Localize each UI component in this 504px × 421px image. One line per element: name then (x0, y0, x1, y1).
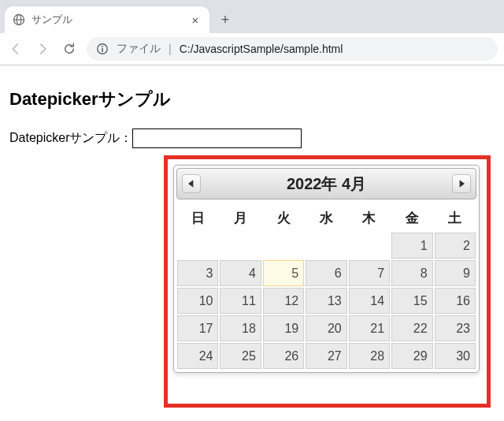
globe-icon (13, 13, 25, 26)
day-cell[interactable]: 24 (177, 343, 218, 369)
day-cell[interactable]: 17 (177, 315, 218, 341)
page-content: Datepickerサンプル Datepickerサンプル： (0, 65, 504, 159)
day-cell[interactable]: 8 (391, 260, 432, 286)
day-cell[interactable]: 29 (391, 343, 432, 369)
next-month-button[interactable] (452, 174, 471, 193)
url-path: C:/JavascriptSample/sample.html (180, 43, 343, 55)
dow-header: 金 (391, 205, 432, 231)
day-cell[interactable]: 3 (177, 260, 218, 286)
day-cell[interactable]: 22 (391, 315, 432, 341)
empty-cell (177, 233, 218, 259)
field-row: Datepickerサンプル： (9, 129, 495, 148)
svg-point-4 (102, 46, 103, 47)
tab-title: サンプル (32, 13, 183, 27)
browser-chrome: サンプル × + ファイル | C:/JavascriptSample/samp (0, 0, 504, 65)
svg-marker-7 (460, 180, 465, 188)
reload-button[interactable] (60, 39, 79, 58)
day-cell[interactable]: 18 (220, 315, 261, 341)
new-tab-button[interactable]: + (214, 9, 236, 31)
day-cell[interactable]: 21 (349, 315, 390, 341)
dow-header: 水 (306, 205, 346, 231)
day-cell[interactable]: 11 (220, 288, 261, 314)
datepicker-popup: 2022年 4月 日月火水木金土123456789101112131415161… (173, 165, 480, 373)
dow-header: 木 (349, 205, 390, 231)
day-cell[interactable]: 26 (263, 343, 304, 369)
day-cell[interactable]: 9 (435, 260, 476, 286)
day-cell[interactable]: 23 (435, 315, 476, 341)
url-separator: | (169, 43, 172, 55)
page-title: Datepickerサンプル (9, 88, 495, 111)
day-cell[interactable]: 15 (391, 288, 432, 314)
close-icon[interactable]: × (189, 13, 202, 27)
day-cell[interactable]: 27 (306, 343, 346, 369)
url-scheme: ファイル (117, 42, 161, 56)
empty-cell (220, 233, 261, 259)
svg-rect-5 (102, 48, 103, 52)
datepicker-grid: 日月火水木金土123456789101112131415161718192021… (176, 204, 476, 370)
day-cell[interactable]: 14 (349, 288, 390, 314)
day-cell[interactable]: 2 (435, 233, 476, 259)
dow-header: 火 (263, 205, 304, 231)
day-cell[interactable]: 5 (263, 260, 304, 286)
prev-month-button[interactable] (182, 174, 201, 193)
empty-cell (349, 233, 390, 259)
info-icon (96, 43, 109, 55)
empty-cell (306, 233, 346, 259)
day-cell[interactable]: 13 (306, 288, 346, 314)
day-cell[interactable]: 4 (220, 260, 261, 286)
dow-header: 日 (177, 205, 218, 231)
day-cell[interactable]: 6 (306, 260, 346, 286)
address-bar[interactable]: ファイル | C:/JavascriptSample/sample.html (87, 37, 498, 61)
field-label: Datepickerサンプル： (9, 130, 132, 147)
empty-cell (263, 233, 304, 259)
day-cell[interactable]: 16 (435, 288, 476, 314)
day-cell[interactable]: 12 (263, 288, 304, 314)
day-cell[interactable]: 20 (306, 315, 346, 341)
dow-header: 月 (220, 205, 261, 231)
day-cell[interactable]: 1 (391, 233, 432, 259)
datepicker-input[interactable] (132, 129, 302, 148)
browser-tab[interactable]: サンプル × (5, 6, 209, 33)
svg-marker-6 (188, 180, 193, 188)
datepicker-title: 2022年 4月 (287, 173, 366, 195)
datepicker-header: 2022年 4月 (176, 168, 476, 199)
forward-button[interactable] (33, 39, 52, 58)
day-cell[interactable]: 28 (349, 343, 390, 369)
day-cell[interactable]: 25 (220, 343, 261, 369)
day-cell[interactable]: 19 (263, 315, 304, 341)
tab-strip: サンプル × + (0, 0, 504, 33)
dow-header: 土 (435, 205, 476, 231)
day-cell[interactable]: 7 (349, 260, 390, 286)
back-button[interactable] (6, 39, 25, 58)
day-cell[interactable]: 10 (177, 288, 218, 314)
browser-toolbar: ファイル | C:/JavascriptSample/sample.html (0, 33, 504, 65)
day-cell[interactable]: 30 (435, 343, 476, 369)
